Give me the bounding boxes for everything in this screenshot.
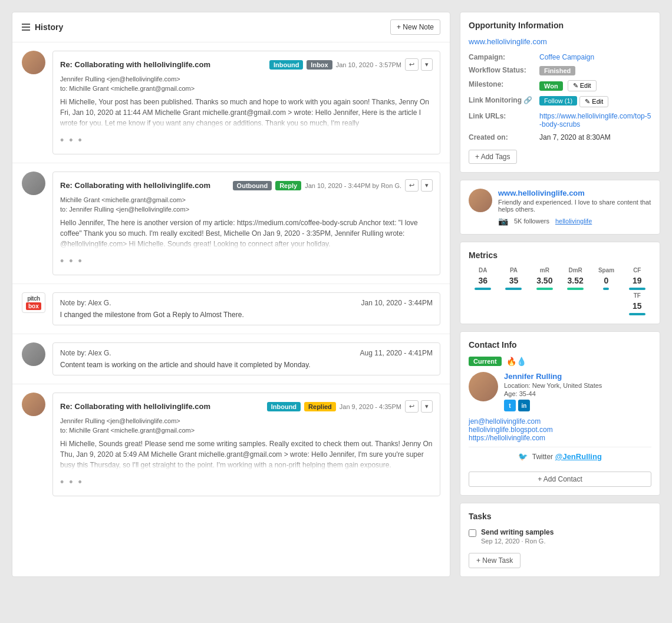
note-date-2: Aug 11, 2020 - 4:41PM <box>360 349 433 357</box>
twitter-bird-icon: 🐦 <box>518 452 528 461</box>
more-button-3[interactable]: ▾ <box>421 400 433 413</box>
badge-inbound-1: Inbound <box>269 60 303 70</box>
metric-bar-spam <box>603 288 609 290</box>
opportunity-panel: Opportunity Information www.hellolivingl… <box>460 12 660 173</box>
email-from-2: Michille Grant <michelle.grant@gmail.com… <box>60 196 433 203</box>
pitchbox-logo: pitch box <box>22 292 45 313</box>
history-panel: History + New Note Re: Collaborating wit… <box>12 12 450 577</box>
contact-links: jen@hellolivinglife.com hellolivinglife.… <box>469 417 651 442</box>
milestone-edit-button[interactable]: ✎ Edit <box>568 80 597 91</box>
blog-name[interactable]: www.hellolivinglife.com <box>498 189 585 197</box>
history-label: History <box>35 22 63 32</box>
email-date-1: Jan 10, 2020 - 3:57PM <box>336 61 401 68</box>
email-date-3: Jan 9, 2020 - 4:35PM <box>340 403 401 410</box>
metric-da: DA 36 <box>469 267 497 290</box>
contact-name[interactable]: Jennifer Rulling <box>504 372 562 381</box>
more-dots-3: • • • <box>60 476 433 489</box>
contact-website[interactable]: https://hellolivinglife.com <box>469 434 651 442</box>
tasks-title: Tasks <box>469 512 651 521</box>
task-item-1: Send writing samples Sep 12, 2020 · Ron … <box>469 528 651 545</box>
contact-blog[interactable]: hellolivinglife.blogspot.com <box>469 426 651 434</box>
workflow-row: Workflow Status: Finished <box>469 66 651 75</box>
metrics-title: Metrics <box>469 250 651 260</box>
task-meta-1: Sep 12, 2020 · Ron G. <box>481 538 554 545</box>
link-url[interactable]: https://www.hellolivinglife.com/top-5-bo… <box>539 112 651 128</box>
contact-panel: Contact Info Current 🔥💧 Jennifer Rulling… <box>460 331 660 496</box>
more-button-1[interactable]: ▾ <box>421 58 433 71</box>
link-urls-row: Link URLs: https://www.hellolivinglife.c… <box>469 112 651 128</box>
blog-handle[interactable]: hellolivinglife <box>555 217 592 225</box>
reply-button-1[interactable]: ↩ <box>405 58 419 71</box>
blog-desc: Friendly and experienced. I love to shar… <box>498 199 651 213</box>
email-to-3: to: Michille Grant <michelle.grant@gmail… <box>60 427 433 434</box>
fire-icons: 🔥💧 <box>506 357 526 366</box>
email-card-2: Re: Collaborating with hellolivinglife.c… <box>12 163 450 284</box>
note-text-2: Content team is working on the article a… <box>60 361 433 369</box>
reply-button-3[interactable]: ↩ <box>405 400 419 413</box>
metric-bar-tf <box>629 313 645 315</box>
contact-avatar <box>469 372 498 401</box>
history-title: History <box>22 22 63 32</box>
email-to-1: to: Michille Grant <michelle.grant@gmail… <box>60 85 433 92</box>
email-subject-3: Re: Collaborating with hellolivinglife.c… <box>60 402 210 411</box>
right-column: Opportunity Information www.hellolivingl… <box>460 12 660 577</box>
blog-panel: www.hellolivinglife.com Friendly and exp… <box>460 180 660 235</box>
new-note-button[interactable]: + New Note <box>390 19 440 35</box>
link-edit-button[interactable]: ✎ Edit <box>579 96 608 107</box>
menu-icon <box>22 24 30 31</box>
metric-dmr: DmR 3.52 <box>561 267 589 290</box>
badge-inbound-3: Inbound <box>267 402 301 411</box>
add-tags-button[interactable]: + Add Tags <box>469 150 517 164</box>
twitter-section: 🐦 Twitter @JenRulling <box>469 447 651 466</box>
email-to-2: to: Jennifer Rulling <jen@hellolivinglif… <box>60 206 433 213</box>
metric-spam: Spam 0 <box>592 267 620 290</box>
social-icons: t in <box>504 400 651 411</box>
metric-tf-val <box>499 292 528 315</box>
blog-avatar <box>469 189 492 212</box>
contact-title: Contact Info <box>469 340 651 350</box>
created-label: Created on: <box>469 133 539 141</box>
email-card-3: Re: Collaborating with hellolivinglife.c… <box>12 384 450 505</box>
created-value: Jan 7, 2020 at 8:30AM <box>539 133 611 141</box>
campaign-value[interactable]: Coffee Campaign <box>539 53 594 61</box>
email-body-3: Hi Michelle, Sounds great! Please send m… <box>60 439 433 470</box>
avatar-note-2 <box>22 342 45 366</box>
avatar-jen-3 <box>22 393 45 416</box>
opportunity-website[interactable]: www.hellolivinglife.com <box>469 37 651 46</box>
milestone-row: Milestone: Won ✎ Edit <box>469 80 651 91</box>
badge-inbox-1: Inbox <box>307 60 332 70</box>
avatar-michille-1 <box>22 172 45 195</box>
email-card-1: Re: Collaborating with hellolivinglife.c… <box>12 42 450 163</box>
metric-cf: CF 19 <box>623 267 651 290</box>
badge-replied-3: Replied <box>304 402 336 411</box>
reply-button-2[interactable]: ↩ <box>405 179 419 192</box>
metric-mr: mR 3.50 <box>531 267 559 290</box>
email-subject-1: Re: Collaborating with hellolivinglife.c… <box>60 60 210 69</box>
metric-tf <box>469 292 497 315</box>
twitter-handle[interactable]: @JenRulling <box>555 452 602 461</box>
add-contact-button[interactable]: + Add Contact <box>469 472 651 487</box>
milestone-label: Milestone: <box>469 80 539 88</box>
contact-email[interactable]: jen@hellolivinglife.com <box>469 417 651 426</box>
workflow-value: Finished <box>539 66 575 75</box>
twitter-label: Twitter <box>532 453 553 461</box>
task-checkbox-1[interactable] <box>469 529 476 537</box>
opportunity-title: Opportunity Information <box>469 21 651 30</box>
metrics-panel: Metrics DA 36 PA 35 mR 3.50 <box>460 242 660 324</box>
badge-reply-2: Reply <box>275 181 301 190</box>
milestone-value: Won <box>539 81 563 91</box>
avatar-jen-1 <box>22 51 45 74</box>
note-card-2: Note by: Alex G. Aug 11, 2020 - 4:41PM C… <box>12 334 450 384</box>
more-button-2[interactable]: ▾ <box>421 179 433 192</box>
campaign-row: Campaign: Coffee Campaign <box>469 53 651 61</box>
metrics-grid: DA 36 PA 35 mR 3.50 DmR 3.52 <box>469 267 651 290</box>
more-dots-2: • • • <box>60 255 433 268</box>
contact-info-right: Jennifer Rulling Location: New York, Uni… <box>504 372 651 411</box>
email-subject-2: Re: Collaborating with hellolivinglife.c… <box>60 181 210 190</box>
new-task-button[interactable]: + New Task <box>469 553 521 568</box>
created-row: Created on: Jan 7, 2020 at 8:30AM <box>469 133 651 141</box>
linkedin-social-icon[interactable]: in <box>518 400 530 411</box>
twitter-social-icon[interactable]: t <box>504 400 516 411</box>
blog-followers: 5K followers <box>514 217 549 225</box>
follow-button[interactable]: Follow (1) <box>539 96 577 106</box>
